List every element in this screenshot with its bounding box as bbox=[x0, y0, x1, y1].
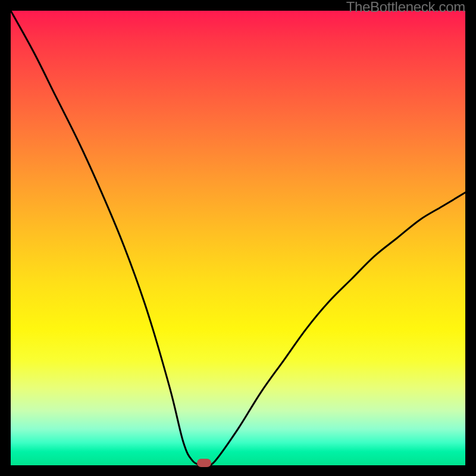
optimal-marker bbox=[197, 459, 211, 467]
bottleneck-curve bbox=[11, 11, 465, 465]
chart-frame: TheBottleneck.com bbox=[0, 0, 476, 476]
watermark-text: TheBottleneck.com bbox=[346, 0, 465, 14]
curve-layer bbox=[11, 11, 465, 465]
plot-area bbox=[11, 11, 465, 465]
